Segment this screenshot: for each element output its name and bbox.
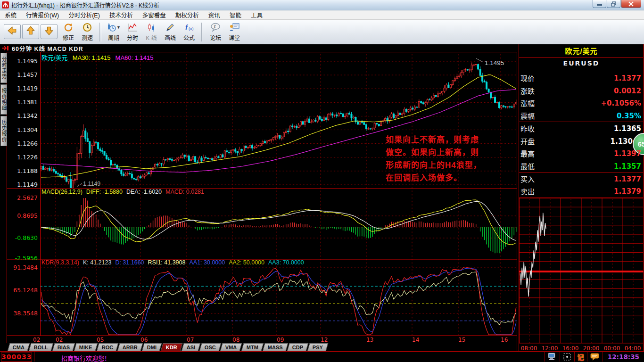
indicator-tab-label: MASS (268, 345, 283, 350)
computer-icon[interactable] (544, 352, 560, 362)
mini-time-label: 00:00 (602, 345, 622, 352)
toolbar-kline-button[interactable]: K 线 (142, 22, 160, 41)
menu-item-2[interactable]: 分时分析(E) (64, 9, 105, 20)
close-icon (628, 1, 634, 7)
quote-value: 1.130 (611, 137, 641, 146)
menu-item-7[interactable]: 智能 (225, 9, 246, 20)
indicator-tab-label: BOLL (34, 345, 48, 350)
indicator-tab-mtm[interactable]: MTM (241, 343, 264, 351)
indicator-tab-boll[interactable]: BOLL (29, 343, 54, 351)
indicator-tab-mike[interactable]: MIKE (74, 343, 98, 351)
indicator-tab-mass[interactable]: MASS (262, 343, 288, 351)
toolbar-intraday-button[interactable]: 分时 (124, 22, 141, 41)
quote-row-5: 开盘1.130 (520, 135, 641, 148)
mini-time-label: 04:00 (622, 345, 643, 352)
menu-item-1[interactable]: 行情报价(W) (21, 9, 64, 20)
indicator-tab-psy[interactable]: PSY (307, 343, 328, 351)
prev-close-line (519, 271, 644, 272)
main-chart-canvas (7, 52, 519, 351)
indicator-tab-vma[interactable]: VMA (220, 343, 242, 351)
low-marker-leader (77, 183, 82, 187)
left-tab-1[interactable]: 报价明细 (0, 84, 7, 115)
quote-row-3: 震幅0.35% (520, 109, 641, 122)
indicator-tab-bar: CMABOLLBIASMIKEROCARBRDMIKDRASIOSCVMAMTM… (8, 343, 328, 351)
indicator-tab-arbr[interactable]: ARBR (117, 343, 143, 351)
menu-item-0[interactable]: 系统 (0, 9, 21, 20)
toolbar-back-button[interactable] (4, 24, 21, 39)
kdr-k: K: 41.2123 (83, 259, 111, 266)
toolbar-label: 论坛 (210, 33, 221, 41)
legend-ma30: MA30: 1.1415 (73, 54, 111, 61)
quote-row-0: 现价1.1377 (520, 72, 641, 84)
left-tab-2[interactable]: 历史报价 (0, 116, 7, 146)
indicator-tab-osc[interactable]: OSC (199, 343, 222, 351)
toolbar-correct-button[interactable]: 修正 (59, 22, 77, 41)
time-axis-label: 02 (56, 337, 63, 343)
toolbar-label: 画线 (165, 33, 176, 41)
menu-item-4[interactable]: 多窗看盘 (138, 9, 171, 20)
indicator-tab-cdp[interactable]: CDP (287, 343, 308, 351)
indicator-tab-bias[interactable]: BIAS (52, 343, 75, 351)
menu-item-6[interactable]: 资讯 (204, 9, 225, 20)
toolbar-period-button[interactable]: ▼周期 (105, 22, 123, 41)
arrow-left-icon (7, 25, 17, 38)
time-axis-label: 02 (33, 337, 40, 343)
time-axis-label: 16 (501, 337, 508, 343)
indicator-tab-cma[interactable]: CMA (8, 343, 30, 351)
quote-row-1: 涨跌0.0012 (520, 84, 641, 97)
quote-row-8: 买入1.1377 (520, 173, 641, 185)
menu-bar: 系统行情报价(W)分时分析(E)技术分析多窗看盘期权分析资讯智能工具 (0, 10, 644, 20)
time-axis-label: 05 (97, 337, 104, 343)
chart-header: 60分钟 K线 MACD KDR (0, 44, 519, 52)
macd-axis-label: -2.5956 (8, 255, 38, 262)
chart-legend: 欧元/美元MA30: 1.1415MA60: 1.1415 (41, 53, 158, 62)
toolbar-draw-line-button[interactable]: 画线 (161, 22, 179, 41)
toolbar-down-button[interactable] (41, 24, 58, 39)
kdr-axis-label: 38.3548 (8, 310, 38, 317)
toolbar-label: 修正 (63, 33, 74, 41)
quote-row-9: 卖出1.1379 (520, 185, 641, 197)
quote-value: 1.1377 (614, 74, 641, 82)
window-controls (592, 0, 641, 8)
separator-line (519, 70, 644, 70)
kdr-axis-label: 65.1248 (8, 287, 38, 294)
toolbar-speed-test-button[interactable]: 测速 (78, 22, 96, 41)
capture-icon[interactable] (560, 352, 574, 362)
menu-item-5[interactable]: 期权分析 (171, 9, 204, 20)
macd-axis-label: 2.5627 (8, 194, 38, 201)
time-axis-label: 08 (232, 337, 239, 343)
indicator-tab-asi[interactable]: ASI (182, 343, 201, 351)
price-axis-label: 1.1419 (8, 85, 38, 92)
close-button[interactable] (621, 0, 641, 8)
toolbar-forum-button[interactable]: t论坛 (206, 22, 224, 41)
app-logo-icon (2, 1, 9, 8)
price-axis-label: 1.1495 (8, 58, 38, 65)
indicator-tab-label: ARBR (123, 345, 138, 350)
toolbar-separator (201, 23, 203, 41)
toolbar-formula-button[interactable]: f(x)公式 (180, 22, 198, 41)
annotation-line: 如果向上不新高，则考虑 (386, 133, 518, 146)
indicator-tab-label: DMI (147, 345, 157, 350)
toolbar-label: 分时 (127, 33, 138, 41)
indicator-tab-label: KDR (166, 345, 177, 350)
left-tab-0[interactable]: 分时走势 (0, 53, 7, 83)
bubble-icon: t (210, 22, 221, 33)
fx-icon: f(x) (184, 22, 194, 33)
indicator-tab-kdr[interactable]: KDR (161, 343, 183, 351)
indicator-tab-label: CMA (13, 345, 25, 350)
toolbar-up-button[interactable] (22, 24, 39, 39)
indicator-tab-dmi[interactable]: DMI (142, 343, 162, 351)
quote-row-4: 昨收1.1365 (520, 122, 641, 135)
menu-item-3[interactable]: 技术分析 (105, 9, 138, 20)
legend-symbol: 欧元/美元 (41, 54, 68, 61)
notes-icon[interactable]: 记 (574, 352, 587, 362)
minimize-button[interactable] (593, 0, 606, 8)
toolbar-classroom-button[interactable]: 课堂 (225, 22, 243, 41)
quote-pair-title: 欧元/美元 (519, 46, 644, 56)
menu-item-8[interactable]: 工具 (246, 9, 267, 20)
status-code[interactable]: 300033 (1, 353, 32, 362)
restore-button[interactable] (607, 0, 620, 8)
quote-label: 卖出 (520, 186, 535, 196)
message-icon[interactable] (587, 352, 603, 362)
indicator-tab-roc[interactable]: ROC (96, 343, 118, 351)
